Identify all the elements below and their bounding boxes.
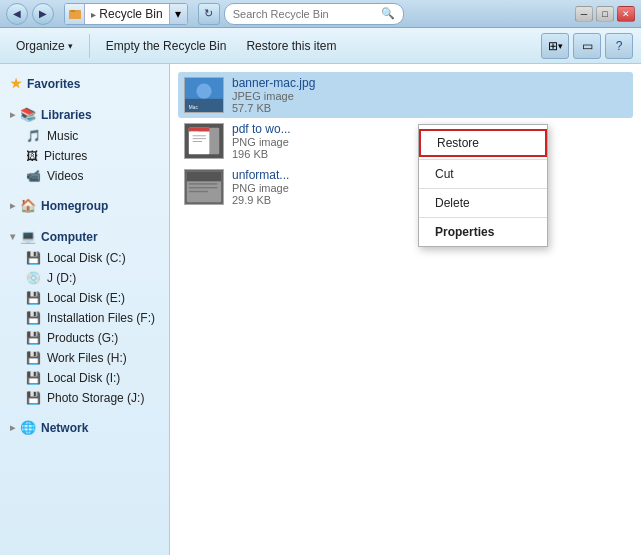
file-info: banner-mac.jpg JPEG image 57.7 KB	[232, 76, 627, 114]
toolbar-right: ⊞ ▾ ▭ ?	[541, 33, 633, 59]
sidebar-item-work[interactable]: 💾 Work Files (H:)	[0, 348, 169, 368]
disk-j-icon: 💿	[26, 271, 41, 285]
context-menu-properties[interactable]: Properties	[419, 220, 547, 244]
view-icon: ⊞	[548, 39, 558, 53]
table-row[interactable]: unformat... PNG image 29.9 KB	[178, 164, 633, 210]
context-menu-cut[interactable]: Cut	[419, 162, 547, 186]
organize-dropdown-icon: ▾	[68, 41, 73, 51]
context-menu-restore-container: Restore	[419, 129, 547, 157]
context-menu-restore[interactable]: Restore	[421, 131, 545, 155]
expand-icon-net: ▸	[10, 422, 15, 433]
close-button[interactable]: ✕	[617, 6, 635, 22]
preview-pane-button[interactable]: ▭	[573, 33, 601, 59]
expand-icon-comp: ▾	[10, 231, 15, 242]
homegroup-icon: 🏠	[20, 198, 36, 213]
svg-text:Mac: Mac	[189, 105, 199, 110]
svg-rect-12	[193, 138, 206, 139]
file-thumbnail: Mac	[184, 77, 224, 113]
libraries-section: ▸ 📚 Libraries 🎵 Music 🖼 Pictures 📹 Video…	[0, 103, 169, 186]
context-menu: Restore Cut Delete Properties	[418, 124, 548, 247]
disk-f-icon: 💾	[26, 311, 41, 325]
homegroup-section: ▸ 🏠 Homegroup	[0, 194, 169, 217]
sidebar: ★ Favorites ▸ 📚 Libraries 🎵 Music 🖼 Pict…	[0, 64, 170, 555]
help-button[interactable]: ?	[605, 33, 633, 59]
libraries-icon: 📚	[20, 107, 36, 122]
maximize-button[interactable]: □	[596, 6, 614, 22]
disk-i-icon: 💾	[26, 371, 41, 385]
refresh-button[interactable]: ↻	[198, 3, 220, 25]
disk-g-icon: 💾	[26, 331, 41, 345]
address-bar: ▸ Recycle Bin ▾	[64, 3, 188, 25]
videos-icon: 📹	[26, 169, 41, 183]
file-thumbnail	[184, 169, 224, 205]
view-options-button[interactable]: ⊞ ▾	[541, 33, 569, 59]
address-icon	[65, 3, 85, 25]
search-input[interactable]	[233, 8, 377, 20]
toolbar-separator-1	[89, 34, 90, 58]
address-text: ▸ Recycle Bin	[85, 7, 169, 21]
sidebar-item-local-i[interactable]: 💾 Local Disk (I:)	[0, 368, 169, 388]
file-size: 57.7 KB	[232, 102, 627, 114]
sidebar-item-pictures[interactable]: 🖼 Pictures	[0, 146, 169, 166]
svg-rect-18	[189, 183, 218, 184]
svg-rect-14	[210, 128, 220, 155]
content-area: Mac banner-mac.jpg JPEG image 57.7 KB P	[170, 64, 641, 555]
network-section: ▸ 🌐 Network	[0, 416, 169, 439]
window-controls: ─ □ ✕	[575, 6, 635, 22]
toolbar: Organize ▾ Empty the Recycle Bin Restore…	[0, 28, 641, 64]
music-icon: 🎵	[26, 129, 41, 143]
favorites-section: ★ Favorites	[0, 72, 169, 95]
file-type: JPEG image	[232, 90, 627, 102]
minimize-button[interactable]: ─	[575, 6, 593, 22]
file-thumbnail: PDF	[184, 123, 224, 159]
network-icon: 🌐	[20, 420, 36, 435]
star-icon: ★	[10, 76, 22, 91]
help-icon: ?	[616, 39, 623, 53]
sidebar-item-j[interactable]: 💿 J (D:)	[0, 268, 169, 288]
sidebar-item-local-c[interactable]: 💾 Local Disk (C:)	[0, 248, 169, 268]
sidebar-item-music[interactable]: 🎵 Music	[0, 126, 169, 146]
restore-item-button[interactable]: Restore this item	[238, 35, 344, 57]
disk-e-icon: 💾	[26, 291, 41, 305]
sidebar-item-photo[interactable]: 💾 Photo Storage (J:)	[0, 388, 169, 408]
back-button[interactable]: ◀	[6, 3, 28, 25]
pictures-icon: 🖼	[26, 149, 38, 163]
svg-rect-11	[193, 135, 206, 136]
context-separator-3	[419, 217, 547, 218]
forward-button[interactable]: ▶	[32, 3, 54, 25]
sidebar-item-computer[interactable]: ▾ 💻 Computer	[0, 225, 169, 248]
svg-rect-2	[71, 10, 75, 12]
svg-point-4	[196, 84, 211, 99]
address-dropdown-button[interactable]: ▾	[169, 3, 187, 25]
context-separator-1	[419, 159, 547, 160]
sidebar-item-products[interactable]: 💾 Products (G:)	[0, 328, 169, 348]
search-icon: 🔍	[381, 7, 395, 20]
computer-section: ▾ 💻 Computer 💾 Local Disk (C:) 💿 J (D:) …	[0, 225, 169, 408]
context-separator-2	[419, 188, 547, 189]
sidebar-item-homegroup[interactable]: ▸ 🏠 Homegroup	[0, 194, 169, 217]
search-bar[interactable]: 🔍	[224, 3, 404, 25]
context-menu-delete[interactable]: Delete	[419, 191, 547, 215]
svg-rect-17	[187, 172, 221, 182]
svg-text:PDF: PDF	[191, 131, 199, 135]
organize-button[interactable]: Organize ▾	[8, 35, 81, 57]
expand-icon-home: ▸	[10, 200, 15, 211]
expand-icon: ▸	[10, 109, 15, 120]
sidebar-item-favorites[interactable]: ★ Favorites	[0, 72, 169, 95]
sidebar-item-local-e[interactable]: 💾 Local Disk (E:)	[0, 288, 169, 308]
empty-recycle-button[interactable]: Empty the Recycle Bin	[98, 35, 235, 57]
title-bar: ◀ ▶ ▸ Recycle Bin ▾ ↻ 🔍 ─ □ ✕	[0, 0, 641, 28]
preview-icon: ▭	[582, 39, 593, 53]
svg-rect-20	[189, 191, 208, 192]
disk-h-icon: 💾	[26, 351, 41, 365]
svg-rect-19	[189, 187, 218, 188]
sidebar-item-install[interactable]: 💾 Installation Files (F:)	[0, 308, 169, 328]
table-row[interactable]: Mac banner-mac.jpg JPEG image 57.7 KB	[178, 72, 633, 118]
disk-icon: 💾	[26, 251, 41, 265]
table-row[interactable]: PDF pdf to wo... PNG image 196 KB	[178, 118, 633, 164]
sidebar-item-videos[interactable]: 📹 Videos	[0, 166, 169, 186]
sidebar-item-libraries[interactable]: ▸ 📚 Libraries	[0, 103, 169, 126]
sidebar-item-network[interactable]: ▸ 🌐 Network	[0, 416, 169, 439]
file-list: Mac banner-mac.jpg JPEG image 57.7 KB P	[170, 64, 641, 218]
title-bar-left: ◀ ▶ ▸ Recycle Bin ▾ ↻ 🔍	[6, 3, 404, 25]
